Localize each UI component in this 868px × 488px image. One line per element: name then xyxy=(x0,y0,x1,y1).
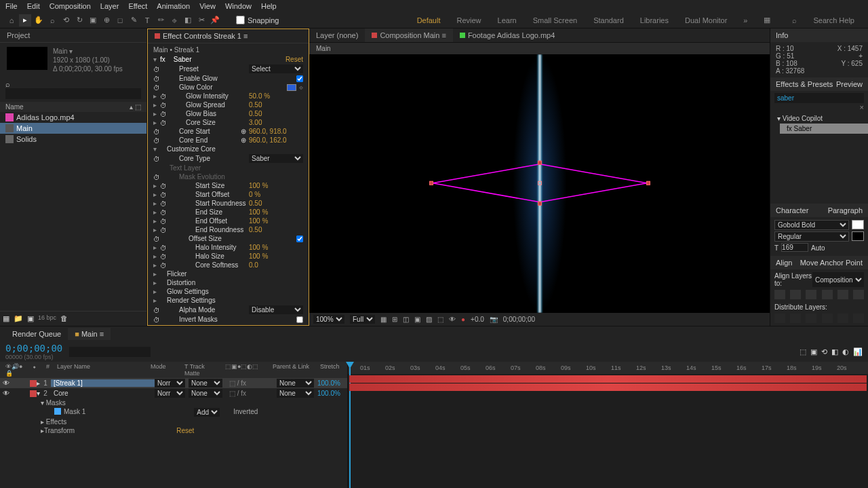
track-matte-select[interactable]: None xyxy=(189,379,222,388)
new-comp-icon[interactable]: ▣ xyxy=(27,314,34,323)
start-size-value[interactable]: 100 % xyxy=(249,182,303,189)
crosshair-icon[interactable]: ⊕ xyxy=(241,136,246,144)
stopwatch-icon[interactable]: ⏱ xyxy=(160,93,168,100)
layer-color-swatch[interactable] xyxy=(30,390,37,397)
auto-leading[interactable]: Auto xyxy=(811,244,825,252)
start-offset-value[interactable]: 0 % xyxy=(249,191,303,198)
core-start-value[interactable]: 960.0, 918.0 xyxy=(249,128,303,135)
blend-mode-select[interactable]: Norr xyxy=(155,389,185,398)
stopwatch-icon[interactable]: ⏱ xyxy=(160,119,168,126)
rotate-tool[interactable]: ↻ xyxy=(73,14,85,26)
selection-tool[interactable]: ▸ xyxy=(19,14,31,26)
pen-tool[interactable]: ✎ xyxy=(127,14,140,26)
comp-mini-flowchart-icon[interactable]: ⬚ xyxy=(800,348,806,356)
composition-viewer[interactable] xyxy=(309,54,770,313)
stopwatch-icon[interactable]: ⏱ xyxy=(153,66,161,73)
clear-search-icon[interactable]: × xyxy=(860,103,864,111)
workspace-libraries[interactable]: Libraries xyxy=(640,16,669,24)
grid-icon[interactable]: ▦ xyxy=(380,316,387,323)
stopwatch-icon[interactable]: ⏱ xyxy=(153,137,161,144)
menu-file[interactable]: File xyxy=(5,2,18,10)
preview-tab[interactable]: Preview xyxy=(836,80,863,88)
anchor-tab[interactable]: Move Anchor Point xyxy=(800,259,863,267)
stopwatch-icon[interactable]: ⏱ xyxy=(153,128,161,135)
interpret-icon[interactable]: ▦ xyxy=(3,314,9,323)
project-sort-icon[interactable]: ▴ ⬚ xyxy=(130,103,141,111)
stretch-value[interactable]: 100.0% xyxy=(317,379,344,387)
stopwatch-icon[interactable]: ⏱ xyxy=(160,183,168,189)
comp-breadcrumb[interactable]: Main xyxy=(309,43,770,54)
snapshot-icon[interactable]: 📷 xyxy=(490,316,498,323)
menu-composition[interactable]: Composition xyxy=(50,2,91,10)
resolution-select[interactable]: Full xyxy=(350,315,375,324)
eraser-tool[interactable]: ◧ xyxy=(182,14,194,26)
twirl-icon[interactable]: ▸ xyxy=(153,92,160,100)
pan-behind-tool[interactable]: ⊕ xyxy=(100,14,113,26)
twirl-icon[interactable]: ▸ xyxy=(153,208,160,216)
effects-group[interactable]: ▾ Video Copilot xyxy=(770,113,868,124)
mask-vertex-handle[interactable] xyxy=(646,181,650,185)
stopwatch-icon[interactable]: ⏱ xyxy=(153,75,161,82)
effects-presets-tab[interactable]: Effects & Presets xyxy=(776,80,833,88)
alpha-mode-select[interactable]: Disable xyxy=(249,305,303,314)
exposure-value[interactable]: +0.0 xyxy=(471,316,484,323)
core-size-value[interactable]: 3.00 xyxy=(249,119,303,126)
transparency-icon[interactable]: ▨ xyxy=(426,316,432,323)
layer-duration-bar[interactable] xyxy=(349,383,867,391)
font-select[interactable]: Gobold Bold xyxy=(774,220,849,230)
color-mgmt-icon[interactable]: ● xyxy=(461,316,465,323)
stopwatch-icon[interactable]: ⏱ xyxy=(153,316,161,323)
stopwatch-icon[interactable]: ⏱ xyxy=(153,307,161,314)
project-search-input[interactable] xyxy=(5,88,141,99)
stopwatch-icon[interactable]: ⏱ xyxy=(160,218,168,225)
effect-controls-tab[interactable]: Effect Controls Streak 1 ≡ xyxy=(148,29,309,43)
layer-name[interactable]: Core xyxy=(51,390,155,397)
orbit-tool[interactable]: ⟲ xyxy=(60,14,72,26)
clone-tool[interactable]: ⎆ xyxy=(168,14,180,26)
timeline-comp-tab[interactable]: ■ Main ≡ xyxy=(68,328,111,340)
mask-shape[interactable] xyxy=(431,162,648,203)
project-name-col[interactable]: Name xyxy=(5,103,24,111)
parent-select[interactable]: None xyxy=(277,379,314,388)
masks-group[interactable]: ▾ Masks xyxy=(0,398,347,407)
align-tab[interactable]: Align xyxy=(776,259,792,267)
mask-row[interactable]: Mask 1 Add Inverted xyxy=(0,407,347,417)
render-queue-tab[interactable]: Render Queue xyxy=(5,328,68,340)
stopwatch-icon[interactable]: ⏱ xyxy=(160,244,168,251)
transform-group[interactable]: ▸ TransformReset xyxy=(0,426,347,435)
align-right-button[interactable] xyxy=(806,290,816,299)
font-size-input[interactable] xyxy=(781,243,808,252)
character-tab[interactable]: Character xyxy=(776,206,808,214)
menu-animation[interactable]: Animation xyxy=(157,2,190,10)
align-vcenter-button[interactable] xyxy=(837,290,848,299)
info-tab[interactable]: Info xyxy=(770,29,868,42)
menu-layer[interactable]: Layer xyxy=(100,2,119,10)
layer-color-swatch[interactable] xyxy=(30,380,37,387)
viewer-timecode[interactable]: 0;00;00;00 xyxy=(503,316,535,323)
core-type-select[interactable]: Saber xyxy=(249,154,303,163)
workspace-small[interactable]: Small Screen xyxy=(533,16,577,24)
menu-window[interactable]: Window xyxy=(225,2,252,10)
menu-edit[interactable]: Edit xyxy=(27,2,40,10)
font-style-select[interactable]: Regular xyxy=(774,231,849,242)
zoom-select[interactable]: 100% xyxy=(313,315,344,324)
project-tab[interactable]: Project xyxy=(0,29,146,43)
eyedropper-icon[interactable]: ⟐ xyxy=(299,83,303,91)
glow-color-swatch[interactable] xyxy=(287,84,296,91)
customize-core-group[interactable]: Customize Core xyxy=(160,145,303,153)
workspace-panel-icon[interactable]: ▦ xyxy=(764,16,770,24)
graph-editor-icon[interactable]: 📊 xyxy=(853,348,863,356)
render-settings-group[interactable]: Render Settings xyxy=(160,297,303,304)
twirl-icon[interactable]: ▸ xyxy=(153,110,160,117)
timecode-display[interactable]: 0;00;00;00 xyxy=(5,343,62,354)
workspace-review[interactable]: Review xyxy=(456,16,481,24)
enable-glow-checkbox[interactable] xyxy=(296,75,303,82)
stopwatch-icon[interactable]: ⏱ xyxy=(160,191,168,198)
core-softness-value[interactable]: 0.0 xyxy=(249,261,303,269)
menu-view[interactable]: View xyxy=(199,2,216,10)
end-roundness-value[interactable]: 0.50 xyxy=(249,226,303,233)
twirl-icon[interactable]: ▸ xyxy=(153,226,160,233)
composition-tab[interactable]: Composition Main ≡ xyxy=(365,29,453,42)
twirl-icon[interactable]: ▸ xyxy=(153,191,160,198)
mask-vertex-handle[interactable] xyxy=(429,181,433,185)
